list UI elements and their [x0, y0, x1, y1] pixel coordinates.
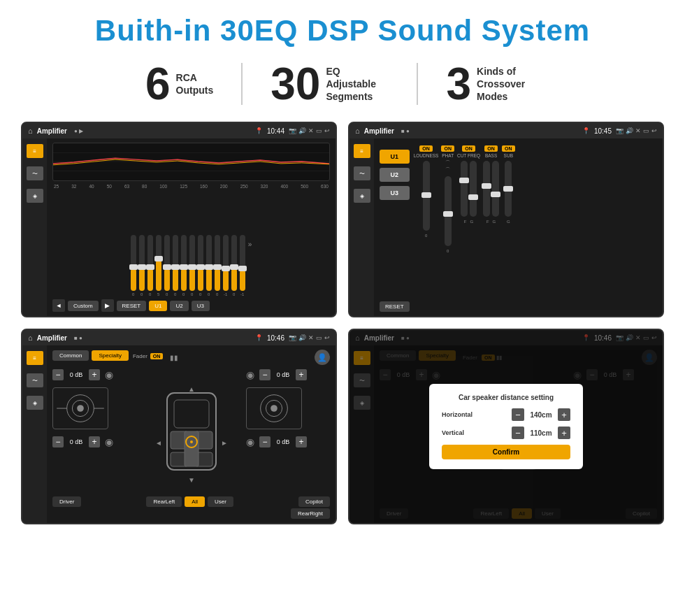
eq-slider-8: 0: [198, 235, 203, 296]
db-plus-0[interactable]: +: [89, 369, 100, 380]
channel-cutfreq: ON CUT FREQ F G: [457, 145, 480, 312]
dialog-horizontal-label: Horizontal: [442, 411, 473, 418]
dialog-horizontal-minus[interactable]: −: [512, 408, 524, 421]
eq-screen-title: Amplifier: [37, 127, 67, 135]
db-value-1: 0 dB: [66, 438, 87, 445]
u3-button[interactable]: U3: [380, 186, 410, 200]
eq-slider-track-13[interactable]: [240, 235, 245, 291]
bass-slider-g[interactable]: [492, 161, 499, 217]
dialog-vertical-minus[interactable]: −: [512, 427, 524, 439]
eq-slider-track-11[interactable]: [223, 235, 229, 291]
fader-screen-content: ≡ 〜 ◈ Common Specialty Fader ON: [22, 345, 336, 523]
phat-label: PHAT: [442, 153, 454, 158]
phat-on-badge: ON: [441, 145, 454, 152]
dialog-box: Car speaker distance setting Horizontal …: [429, 384, 583, 469]
eq-slider-track-5[interactable]: [173, 235, 178, 291]
eq-slider-track-2[interactable]: [147, 235, 153, 291]
eq-sidebar-icon-1[interactable]: ≡: [27, 144, 43, 158]
loudness-slider[interactable]: [423, 161, 430, 231]
eq-play-btn[interactable]: ▶: [101, 299, 114, 312]
fader-home-icon[interactable]: ⌂: [28, 334, 33, 342]
svg-text:◄: ◄: [155, 439, 162, 447]
fader-profile-icon[interactable]: 👤: [315, 350, 330, 365]
bass-slider-f[interactable]: [483, 161, 490, 217]
fader-sidebar-icon-2[interactable]: 〜: [27, 373, 43, 387]
fader-sidebar-icon-1[interactable]: ≡: [27, 351, 43, 365]
eq-slider-track-10[interactable]: [215, 235, 220, 291]
eq-slider-9: 0: [206, 235, 212, 296]
dialog-confirm-button[interactable]: Confirm: [442, 445, 570, 459]
fader-sidebar-icon-3[interactable]: ◈: [27, 396, 43, 410]
crossover-time: 10:45: [594, 127, 612, 135]
db-plus-2[interactable]: +: [296, 369, 307, 380]
dialog-overlay: Car speaker distance setting Horizontal …: [349, 330, 663, 523]
db-control-2: ◉ − 0 dB +: [246, 369, 330, 380]
db-minus-2[interactable]: −: [259, 369, 271, 380]
sub-on-badge: ON: [502, 145, 515, 152]
fader-rearright-btn[interactable]: RearRight: [291, 508, 330, 519]
db-minus-1[interactable]: −: [52, 436, 64, 447]
fader-rearleft-btn[interactable]: RearLeft: [146, 496, 182, 507]
eq-slider-0: 0: [131, 235, 136, 296]
eq-slider-track-12[interactable]: [231, 235, 237, 291]
crossover-left-sidebar: ≡ 〜 ◈: [349, 138, 374, 316]
eq-prev-btn[interactable]: ◄: [52, 299, 65, 312]
u1-button[interactable]: U1: [380, 150, 410, 164]
eq-slider-6: 0: [181, 235, 187, 296]
eq-slider-track-1[interactable]: [139, 235, 145, 291]
eq-left-sidebar: ≡ 〜 ◈: [22, 138, 47, 316]
crossover-main-area: U1 U2 U3 RESET ON LOUDNESS: [374, 138, 663, 316]
db-minus-3[interactable]: −: [259, 436, 271, 447]
eq-slider-12: 0: [231, 235, 237, 296]
eq-graph: [52, 143, 330, 181]
crossover-sidebar-icon-3[interactable]: ◈: [354, 189, 370, 203]
eq-screen-content: ≡ 〜 ◈: [22, 138, 336, 316]
crossover-reset-btn[interactable]: RESET: [380, 301, 410, 312]
cutfreq-slider-f[interactable]: [461, 161, 468, 217]
loudness-on-badge: ON: [419, 145, 433, 152]
db-control-3: ◉ − 0 dB +: [246, 436, 330, 447]
dialog-vertical-plus[interactable]: +: [558, 427, 570, 439]
eq-slider-track-4[interactable]: [164, 235, 170, 291]
cutfreq-slider-g[interactable]: [470, 161, 477, 217]
crossover-sidebar-icon-2[interactable]: 〜: [354, 166, 370, 180]
eq-slider-track-3[interactable]: [156, 235, 161, 291]
phat-slider[interactable]: [445, 176, 452, 246]
crossover-sidebar-icon-1[interactable]: ≡: [354, 144, 370, 158]
eq-slider-11: -1: [223, 235, 229, 296]
eq-slider-track-9[interactable]: [206, 235, 212, 291]
fader-user-btn[interactable]: User: [208, 496, 233, 507]
eq-slider-track-7[interactable]: [189, 235, 195, 291]
fader-tab-common[interactable]: Common: [52, 350, 89, 361]
u2-button[interactable]: U2: [380, 168, 410, 182]
dialog-horizontal-plus[interactable]: +: [558, 408, 570, 421]
eq-u3-btn[interactable]: U3: [192, 301, 210, 311]
channel-bass: ON BASS F G: [483, 145, 499, 312]
fader-content-area: − 0 dB + ◉: [52, 369, 330, 494]
fader-all-btn[interactable]: All: [185, 496, 205, 507]
eq-slider-track-0[interactable]: [131, 235, 136, 291]
eq-u1-btn[interactable]: U1: [149, 301, 167, 311]
fader-bottom-row: Driver RearLeft All User Copilot: [52, 496, 330, 507]
db-minus-0[interactable]: −: [52, 369, 64, 380]
dialog-horizontal-control: − 140cm +: [512, 408, 570, 421]
fader-tab-specialty[interactable]: Specialty: [92, 350, 128, 361]
eq-freq-labels: 253240506380100125160200250320400500630: [52, 184, 330, 189]
db-control-0: − 0 dB + ◉: [52, 369, 136, 380]
eq-reset-btn[interactable]: RESET: [117, 301, 147, 311]
eq-sidebar-icon-2[interactable]: 〜: [27, 166, 43, 180]
eq-slider-track-8[interactable]: [198, 235, 203, 291]
fader-driver-btn[interactable]: Driver: [52, 496, 81, 507]
eq-u2-btn[interactable]: U2: [170, 301, 188, 311]
db-plus-3[interactable]: +: [296, 436, 307, 447]
eq-custom-btn[interactable]: Custom: [68, 301, 99, 311]
fader-copilot-btn[interactable]: Copilot: [298, 496, 330, 507]
db-plus-1[interactable]: +: [89, 436, 100, 447]
sub-slider[interactable]: [505, 161, 512, 217]
home-icon[interactable]: ⌂: [28, 127, 33, 135]
crossover-home-icon[interactable]: ⌂: [355, 127, 360, 135]
eq-sliders-container: 0 0: [52, 192, 330, 296]
eq-slider-track-6[interactable]: [181, 235, 187, 291]
dialog-vertical-row: Vertical − 110cm +: [442, 427, 570, 439]
eq-sidebar-icon-3[interactable]: ◈: [27, 189, 43, 203]
